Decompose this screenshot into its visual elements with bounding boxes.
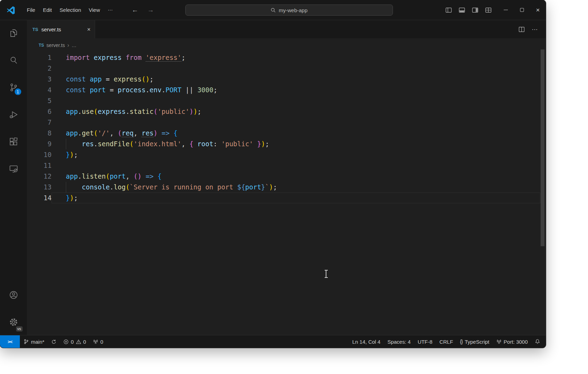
code-line[interactable]: 12app.listen(port, () => {	[27, 171, 546, 182]
code-line[interactable]: 8app.get('/', (req, res) => {	[27, 128, 546, 139]
language-label: TypeScript	[465, 339, 489, 345]
line-number[interactable]: 14	[27, 193, 52, 203]
code-text[interactable]: });	[52, 149, 540, 160]
vscode-logo-icon	[6, 6, 15, 15]
menu-file[interactable]: File	[23, 5, 39, 15]
line-number[interactable]: 11	[27, 160, 52, 171]
code-line[interactable]: 2	[27, 63, 546, 74]
command-center-search[interactable]: my-web-app	[185, 5, 393, 16]
code-line[interactable]: 6app.use(express.static('public'));	[27, 106, 546, 117]
toggle-primary-sidebar-icon[interactable]	[445, 6, 452, 14]
line-number[interactable]: 12	[27, 171, 52, 182]
split-editor-icon[interactable]	[518, 26, 525, 33]
status-bar-right: Ln 14, Col 4 Spaces: 4 UTF-8 CRLF {} Typ…	[349, 335, 546, 348]
tab-close-icon[interactable]: ×	[87, 26, 91, 32]
line-number[interactable]: 5	[27, 95, 52, 106]
editor-actions: …	[518, 20, 546, 38]
status-branch[interactable]: main*	[20, 335, 48, 348]
search-view-icon[interactable]	[5, 52, 22, 69]
code-text[interactable]	[52, 117, 540, 128]
toggle-secondary-sidebar-icon[interactable]	[471, 6, 479, 14]
explorer-icon[interactable]	[5, 25, 22, 41]
line-number[interactable]: 9	[27, 139, 52, 149]
menubar: File Edit Selection View …	[23, 5, 117, 15]
code-text[interactable]: app.use(express.static('public'));	[52, 106, 540, 117]
menu-more-icon[interactable]: …	[104, 3, 117, 14]
titlebar: File Edit Selection View … ← → my-web-ap…	[0, 0, 546, 20]
close-button[interactable]: ×	[530, 0, 546, 20]
back-icon[interactable]: ←	[132, 6, 138, 14]
line-number[interactable]: 1	[27, 52, 52, 63]
status-language[interactable]: {} TypeScript	[457, 335, 493, 348]
gear-vs-badge: vs	[16, 326, 23, 332]
menu-selection[interactable]: Selection	[56, 5, 85, 15]
breadcrumb-file[interactable]: server.ts	[46, 42, 65, 48]
code-text[interactable]: });	[52, 193, 540, 203]
minimize-button[interactable]	[498, 0, 514, 20]
status-notifications[interactable]	[531, 335, 544, 348]
code-text[interactable]	[52, 160, 540, 171]
status-encoding[interactable]: UTF-8	[414, 335, 436, 348]
line-number[interactable]: 4	[27, 85, 52, 95]
activity-bar: 1	[0, 20, 27, 335]
broadcast-count: 0	[100, 339, 103, 345]
error-count: 0	[71, 339, 74, 345]
code-text[interactable]: res.sendFile('index.html', { root: 'publ…	[52, 139, 540, 149]
status-problems[interactable]: 0 0	[60, 335, 90, 348]
tab-server-ts[interactable]: TS server.ts ×	[27, 20, 95, 38]
maximize-button[interactable]	[514, 0, 530, 20]
status-eol[interactable]: CRLF	[436, 335, 456, 348]
line-number[interactable]: 10	[27, 149, 52, 160]
editor-area: TS server.ts × … TS server.ts › …	[27, 20, 546, 335]
code-line[interactable]: 3const app = express();	[27, 74, 546, 85]
extensions-icon[interactable]	[5, 133, 22, 150]
toggle-panel-icon[interactable]	[458, 6, 466, 14]
code-text[interactable]	[52, 95, 540, 106]
settings-gear-icon[interactable]: vs	[5, 314, 22, 330]
status-cursor-position[interactable]: Ln 14, Col 4	[349, 335, 384, 348]
code-text[interactable]: console.log(`Server is running on port $…	[52, 182, 540, 193]
code-line[interactable]: 5	[27, 95, 546, 106]
run-debug-icon[interactable]	[5, 106, 22, 123]
code-text[interactable]	[52, 63, 540, 74]
remote-indicator[interactable]: ><	[0, 335, 20, 348]
menu-view[interactable]: View	[85, 5, 104, 15]
breadcrumb-symbol[interactable]: …	[72, 42, 77, 48]
code-line[interactable]: 4const port = process.env.PORT || 3000;	[27, 85, 546, 95]
code-text[interactable]: app.listen(port, () => {	[52, 171, 540, 182]
code-editor[interactable]: 1import express from 'express';23const a…	[27, 52, 546, 335]
line-number[interactable]: 8	[27, 128, 52, 139]
line-number[interactable]: 13	[27, 182, 52, 193]
tab-label: server.ts	[41, 26, 61, 32]
status-sync[interactable]	[48, 335, 60, 348]
code-line[interactable]: 13 console.log(`Server is running on por…	[27, 182, 546, 193]
line-number[interactable]: 2	[27, 63, 52, 74]
breadcrumb-ts-icon: TS	[39, 43, 44, 48]
code-line[interactable]: 1import express from 'express';	[27, 52, 546, 63]
code-line[interactable]: 14});	[27, 193, 546, 203]
remote-explorer-icon[interactable]	[5, 161, 22, 177]
editor-scrollbar[interactable]	[541, 49, 544, 246]
status-port-forward[interactable]: Port: 3000	[493, 335, 531, 348]
status-indentation[interactable]: Spaces: 4	[384, 335, 414, 348]
code-line[interactable]: 11	[27, 160, 546, 171]
line-number[interactable]: 6	[27, 106, 52, 117]
code-line[interactable]: 9 res.sendFile('index.html', { root: 'pu…	[27, 139, 546, 149]
code-text[interactable]: const port = process.env.PORT || 3000;	[52, 85, 540, 95]
line-number[interactable]: 3	[27, 74, 52, 85]
accounts-icon[interactable]	[5, 287, 22, 303]
history-nav: ← →	[132, 6, 154, 14]
vscode-window: File Edit Selection View … ← → my-web-ap…	[0, 0, 546, 348]
line-number[interactable]: 7	[27, 117, 52, 128]
customize-layout-icon[interactable]	[485, 6, 492, 14]
menu-edit[interactable]: Edit	[39, 5, 56, 15]
more-actions-icon[interactable]: …	[532, 24, 538, 32]
code-text[interactable]: app.get('/', (req, res) => {	[52, 128, 540, 139]
code-line[interactable]: 7	[27, 117, 546, 128]
code-line[interactable]: 10});	[27, 149, 546, 160]
forward-icon[interactable]: →	[147, 6, 154, 14]
code-text[interactable]: import express from 'express';	[52, 52, 540, 63]
code-text[interactable]: const app = express();	[52, 74, 540, 85]
source-control-icon[interactable]: 1	[5, 79, 22, 96]
status-broadcast[interactable]: 0	[90, 335, 107, 348]
